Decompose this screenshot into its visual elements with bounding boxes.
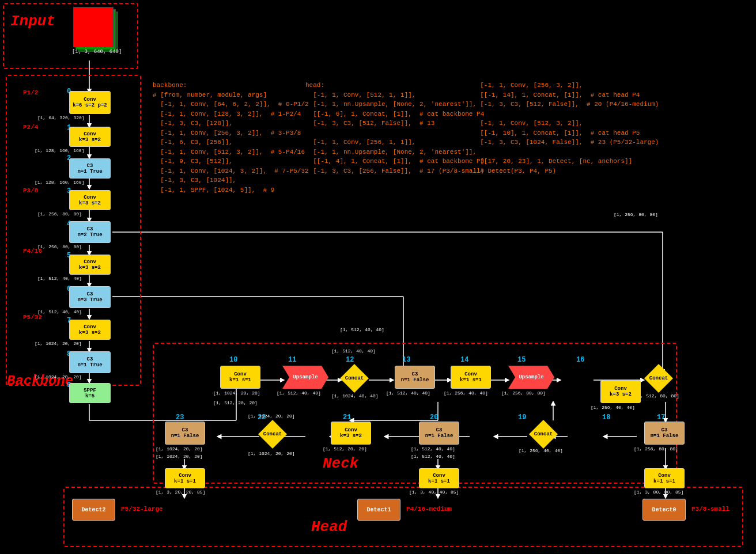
extra-code: [-1, 1, Conv, [256, 3, 2]], [[-1, 14], 1…	[472, 81, 659, 176]
node-20-dim: [1, 512, 40, 40]	[411, 446, 455, 451]
node-15-dim: [1, 256, 80, 80]	[501, 390, 546, 396]
detect0-node: Detect0	[642, 499, 686, 521]
node-0-conv: Convk=6 s=2 p=2	[69, 91, 111, 114]
node-23-dim2: [1, 1024, 20, 20]	[156, 454, 203, 459]
node-6-c3: C3n=3 True	[69, 286, 111, 308]
conv-to-detect2: Convk=1 s=1	[165, 468, 205, 488]
node-23-dim: [1, 1024, 20, 20]	[156, 446, 203, 451]
node-12-dim: [1, 1024, 40, 40]	[331, 393, 379, 399]
node-17-dim: [1, 256, 80, 80]	[634, 446, 678, 451]
node-4-dim: [1, 256, 80, 80]	[37, 244, 82, 249]
node-2-c3: C3n=1 True	[69, 158, 111, 179]
layer-15-num: 15	[517, 356, 526, 364]
layer-19-num: 19	[518, 413, 526, 422]
node-10-dim2: [1, 512, 20, 20]	[213, 400, 258, 405]
p3-label: P3/8	[23, 187, 38, 194]
dim-512-40-40: [1, 512, 40, 40]	[331, 348, 376, 354]
dim-node6-to-12: [1, 512, 40, 40]	[340, 327, 384, 332]
node-23-c3: C3n=1 False	[165, 422, 205, 445]
layer-16-num: 16	[576, 356, 584, 364]
node-22-dim: [1, 1024, 20, 20]	[248, 451, 295, 456]
conv-to-detect0: Convk=1 s=1	[644, 468, 685, 488]
p1-label: P1/2	[23, 89, 38, 96]
node-21-dim: [1, 512, 20, 20]	[323, 446, 367, 451]
node-15-upsample: Upsample	[508, 366, 554, 389]
conv-to-detect0-dim: [1, 3, 80, 80, 85]	[634, 490, 683, 495]
node-8-c3: C3n=1 True	[69, 351, 111, 373]
node-7-conv: Convk=3 s=2	[69, 320, 111, 340]
head-box	[63, 487, 743, 547]
conv-to-detect1-dim: [1, 3, 40, 40, 85]	[409, 490, 459, 495]
layer-12-num: 12	[346, 356, 354, 364]
p3-8-label: P3/8-small	[691, 506, 729, 513]
input-border	[3, 3, 138, 69]
node-21-conv: Convk=3 s=2	[331, 422, 371, 445]
layer-17-num: 17	[657, 413, 665, 422]
node-5-conv: Convk=3 s=2	[69, 255, 111, 275]
dim-right: [1, 256, 80, 80]	[614, 212, 658, 217]
p4-16-label: P4/16-medium	[406, 506, 452, 513]
node-3-conv: Convk=3 s=2	[69, 190, 111, 210]
node-7-dim: [1, 1024, 20, 20]	[35, 341, 82, 346]
node-14-conv: Convk=1 s=1	[451, 366, 491, 389]
backbone-code: backbone: # [from, number, module, args]…	[153, 81, 309, 195]
node-1-dim: [1, 128, 160, 160]	[35, 148, 84, 153]
conv-to-detect2-dim: [1, 3, 20, 20, 85]	[156, 490, 205, 495]
layer-11-num: 11	[288, 356, 296, 364]
layer-18-num: 18	[602, 413, 610, 422]
layer-23-num: 23	[176, 413, 184, 422]
neck-label: Neck	[323, 455, 358, 472]
node-10-dim: [1, 1024, 20, 20]	[213, 390, 260, 396]
layer-21-num: 21	[343, 413, 351, 422]
p2-label: P2/4	[23, 124, 38, 131]
head-code: head: [-1, 1, Conv, [512, 1, 1]], [-1, 1…	[305, 81, 484, 176]
p5-32-label: P5/32-large	[121, 506, 163, 513]
node-13-c3: C3n=1 False	[395, 366, 435, 389]
node-10-conv: Convk=1 s=1	[220, 366, 260, 389]
node-18-conv: Convk=3 s=2	[600, 380, 641, 403]
layer-13-num: 13	[402, 356, 410, 364]
node-2-dim: [1, 128, 160, 160]	[35, 180, 84, 185]
head-label: Head	[311, 518, 347, 536]
node-13-dim: [1, 512, 40, 40]	[386, 390, 430, 396]
node-11-upsample: Upsample	[282, 366, 328, 389]
node-4-c3: C3n=2 True	[69, 221, 111, 243]
node-14-dim: [1, 256, 40, 40]	[444, 390, 488, 396]
node-17-c3: C3n=1 False	[644, 422, 685, 445]
detect2-node: Detect2	[72, 499, 115, 521]
layer-20-num: 20	[430, 413, 438, 422]
node-20-c3: C3n=1 False	[419, 422, 459, 445]
node-9-sppf: SPPFk=5	[69, 383, 111, 403]
layer-14-num: 14	[460, 356, 468, 364]
node-0-dim: [1, 64, 320, 320]	[37, 115, 85, 120]
node-6-dim: [1, 512, 40, 40]	[37, 309, 82, 314]
conv-to-detect1: Convk=1 s=1	[419, 468, 459, 488]
node-3-dim: [1, 256, 80, 80]	[37, 211, 82, 217]
node-22-dim2: [1, 1024, 20, 20]	[248, 413, 295, 419]
node-18-dim: [1, 256, 40, 40]	[591, 405, 635, 410]
node-5-dim: [1, 512, 40, 40]	[37, 276, 82, 281]
node-19-dim: [1, 256, 40, 40]	[519, 448, 563, 453]
node-8-dim: [1, 1024, 20, 20]	[35, 374, 82, 380]
layer-10-num: 10	[229, 356, 237, 364]
node-11-dim: [1, 512, 40, 40]	[277, 390, 321, 396]
node-1-conv: Convk=3 s=2	[69, 127, 111, 147]
p5-label: P5/32	[23, 314, 42, 321]
node-20-dim2: [1, 512, 40, 40]	[411, 454, 455, 459]
detect1-node: Detect1	[357, 499, 400, 521]
node-16-dim: [1, 512, 80, 80]	[635, 393, 679, 399]
